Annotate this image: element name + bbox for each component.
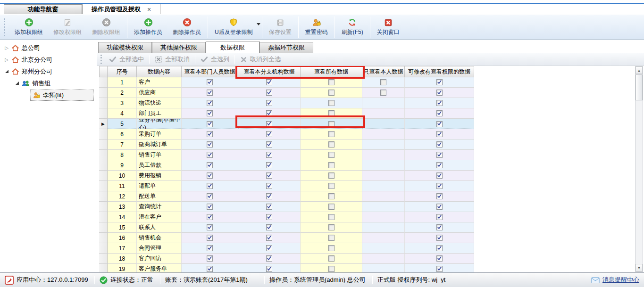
checkbox-modify-checked[interactable] <box>436 162 443 168</box>
toolbar-button[interactable]: 重置密码 <box>300 16 333 39</box>
table-row[interactable]: 1客户 <box>99 77 644 88</box>
checkbox-dept-checked[interactable] <box>207 214 213 220</box>
permission-tab[interactable]: 票据环节权限 <box>259 42 313 53</box>
table-row[interactable]: 3物流快递 <box>99 98 644 108</box>
tree-collapse-icon[interactable] <box>14 82 20 85</box>
grid-toolbar-button[interactable]: 全部选中 <box>105 55 148 64</box>
row-selector[interactable] <box>99 171 108 181</box>
checkbox-all-unchecked[interactable] <box>328 162 335 168</box>
checkbox-modify-checked[interactable] <box>436 204 443 210</box>
permission-tab[interactable]: 功能模块权限 <box>98 42 152 53</box>
permission-tab[interactable]: 其他操作权限 <box>152 42 206 53</box>
table-row[interactable]: 8销售订单 <box>99 150 644 160</box>
row-selector[interactable] <box>99 264 108 272</box>
checkbox-branch-checked[interactable] <box>266 100 272 106</box>
checkbox-modify-checked[interactable] <box>436 266 443 272</box>
column-header-modify-data[interactable]: 可修改有查看权限的数据 <box>405 66 474 77</box>
row-selector[interactable] <box>99 108 108 119</box>
checkbox-dept-checked[interactable] <box>207 162 213 168</box>
checkbox-dept-checked[interactable] <box>207 204 213 210</box>
tree-expand-icon[interactable]: ▷ <box>4 45 9 50</box>
checkbox-all-unchecked[interactable] <box>328 224 335 230</box>
row-selector[interactable] <box>99 129 108 139</box>
checkbox-modify-checked[interactable] <box>436 183 443 189</box>
checkbox-modify-checked[interactable] <box>436 152 443 158</box>
checkbox-branch-checked[interactable] <box>266 235 272 241</box>
row-selector[interactable] <box>99 222 108 233</box>
dropdown-caret-icon[interactable] <box>257 23 260 25</box>
column-header-self-data[interactable]: 只查看本人数据 <box>362 66 405 77</box>
checkbox-dept-checked[interactable] <box>207 131 213 137</box>
checkbox-all-unchecked[interactable] <box>328 255 335 262</box>
checkbox-branch-checked[interactable] <box>266 245 272 251</box>
column-header-dept-data[interactable]: 查看本部门人员数据 <box>182 66 238 77</box>
checkbox-all-unchecked[interactable] <box>328 100 335 106</box>
checkbox-dept-checked[interactable] <box>207 183 213 189</box>
row-selector[interactable] <box>99 191 108 202</box>
checkbox-dept-checked[interactable] <box>207 79 213 85</box>
checkbox-dept-checked[interactable] <box>207 245 213 251</box>
checkbox-modify-checked[interactable] <box>436 110 443 116</box>
tree-item[interactable]: 李拓(lit) <box>0 89 96 101</box>
row-selector[interactable] <box>99 181 108 191</box>
row-selector[interactable] <box>99 243 108 254</box>
checkbox-modify-checked[interactable] <box>436 224 443 230</box>
checkbox-modify-checked[interactable] <box>436 172 443 179</box>
checkbox-branch-checked[interactable] <box>266 193 272 199</box>
checkbox-branch-checked[interactable] <box>266 266 272 272</box>
checkbox-all-unchecked[interactable] <box>328 193 335 199</box>
table-row[interactable]: 18客户回访 <box>99 254 644 264</box>
checkbox-all-unchecked[interactable] <box>328 266 335 272</box>
checkbox-all-unchecked[interactable] <box>328 90 335 96</box>
checkbox-dept-checked[interactable] <box>207 193 213 199</box>
toolbar-button[interactable]: 保存设置 <box>264 16 297 39</box>
checkbox-branch-checked[interactable] <box>266 131 272 137</box>
table-row[interactable]: 10费用报销 <box>99 171 644 181</box>
checkbox-modify-checked[interactable] <box>436 193 443 199</box>
tree-node[interactable]: 北京分公司 <box>9 55 54 65</box>
grid-toolbar-button[interactable]: 取消列全选 <box>236 55 284 64</box>
table-row[interactable]: 9员工借款 <box>99 160 644 171</box>
checkbox-all-unchecked[interactable] <box>328 141 335 148</box>
checkbox-modify-checked[interactable] <box>436 79 443 85</box>
table-row[interactable]: 19客户服务单 <box>99 264 644 272</box>
checkbox-modify-checked[interactable] <box>436 131 443 137</box>
checkbox-all-unchecked[interactable] <box>328 172 335 179</box>
table-row[interactable]: 2供应商 <box>99 88 644 98</box>
row-selector[interactable] <box>99 139 108 150</box>
column-header-content[interactable]: 数据内容 <box>137 66 182 77</box>
checkbox-dept-checked[interactable] <box>207 121 213 127</box>
tree-node[interactable]: 李拓(lit) <box>30 90 94 101</box>
toolbar-button[interactable]: 添加操作员 <box>129 16 167 39</box>
checkbox-modify-checked[interactable] <box>436 255 443 262</box>
checkbox-modify-checked[interactable] <box>436 245 443 251</box>
table-row[interactable]: 11请配单 <box>99 181 644 191</box>
table-row[interactable]: 12配送单 <box>99 191 644 202</box>
checkbox-dept-checked[interactable] <box>207 235 213 241</box>
checkbox-dept-checked[interactable] <box>207 141 213 148</box>
row-selector[interactable] <box>99 88 108 98</box>
checkbox-branch-checked[interactable] <box>266 110 272 116</box>
checkbox-modify-checked[interactable] <box>436 121 443 127</box>
checkbox-all-unchecked[interactable] <box>328 131 335 137</box>
table-row[interactable]: 13查询统计 <box>99 202 644 212</box>
checkbox-dept-checked[interactable] <box>207 172 213 179</box>
scroll-thumb[interactable] <box>636 74 643 100</box>
row-selector[interactable] <box>99 150 108 160</box>
table-row[interactable]: ▶5业务单据(单据中心) <box>99 119 644 129</box>
checkbox-branch-checked[interactable] <box>266 162 272 168</box>
checkbox-branch-checked[interactable] <box>266 204 272 210</box>
row-selector[interactable] <box>99 202 108 212</box>
table-row[interactable]: 15联系人 <box>99 222 644 233</box>
checkbox-all-unchecked[interactable] <box>328 110 335 116</box>
checkbox-dept-checked[interactable] <box>207 224 213 230</box>
checkbox-self-unchecked[interactable] <box>380 79 386 85</box>
checkbox-modify-checked[interactable] <box>436 214 443 220</box>
toolbar-button[interactable]: 删除操作员 <box>167 16 206 39</box>
column-header-all-data[interactable]: 查看所有数据 <box>301 66 362 77</box>
checkbox-all-unchecked[interactable] <box>328 235 335 241</box>
checkbox-branch-checked[interactable] <box>266 79 272 85</box>
tree-collapse-icon[interactable] <box>4 70 9 73</box>
table-row[interactable]: 6采购订单 <box>99 129 644 139</box>
checkbox-all-unchecked[interactable] <box>328 245 335 251</box>
